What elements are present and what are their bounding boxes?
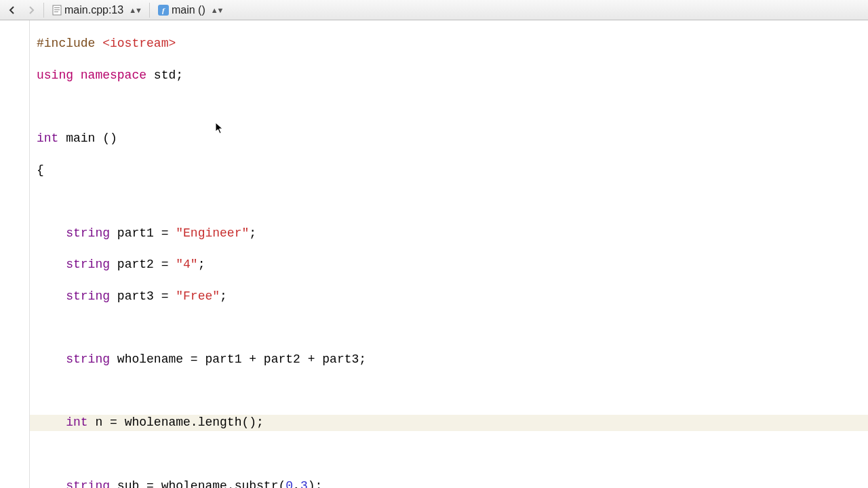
toolbar: main.cpp:13 ▲▼ f main () ▲▼ [0, 0, 868, 20]
breadcrumb-function[interactable]: f main () ▲▼ [153, 3, 229, 18]
separator [149, 3, 150, 18]
nav-back-button[interactable] [3, 2, 22, 18]
function-icon: f [158, 5, 169, 16]
svg-rect-1 [54, 7, 60, 8]
svg-rect-2 [54, 9, 60, 10]
code-line: int main () [37, 131, 861, 146]
code-line: using namespace std; [37, 68, 861, 83]
breadcrumb-file-label: main.cpp:13 [64, 4, 123, 16]
code-line-highlighted: int n = wholename.length(); [30, 415, 868, 430]
separator [43, 3, 44, 18]
arrow-left-icon [8, 6, 16, 14]
code-line [37, 447, 861, 462]
code-line [37, 321, 861, 336]
updown-icon: ▲▼ [129, 6, 141, 14]
code-line: string sub = wholename.substr(0,3); [37, 479, 861, 488]
gutter [0, 20, 30, 488]
code-line: #include <iostream> [37, 36, 861, 52]
breadcrumb-function-label: main () [172, 4, 205, 16]
code-line [37, 99, 861, 115]
code-line [37, 384, 861, 399]
svg-rect-3 [54, 12, 58, 12]
file-icon [52, 5, 62, 16]
code-line: string wholename = part1 + part2 + part3… [37, 352, 861, 367]
code-line: string part1 = "Engineer"; [37, 226, 861, 241]
nav-forward-button[interactable] [22, 2, 41, 18]
code-line [37, 194, 861, 209]
breadcrumb-file[interactable]: main.cpp:13 ▲▼ [47, 3, 146, 18]
code-line: { [37, 163, 861, 178]
arrow-right-icon [27, 6, 35, 14]
code-line: string part3 = "Free"; [37, 289, 861, 304]
updown-icon: ▲▼ [211, 6, 223, 14]
code-line: string part2 = "4"; [37, 257, 861, 272]
code-area[interactable]: #include <iostream> using namespace std;… [30, 20, 868, 488]
editor: #include <iostream> using namespace std;… [0, 20, 868, 488]
